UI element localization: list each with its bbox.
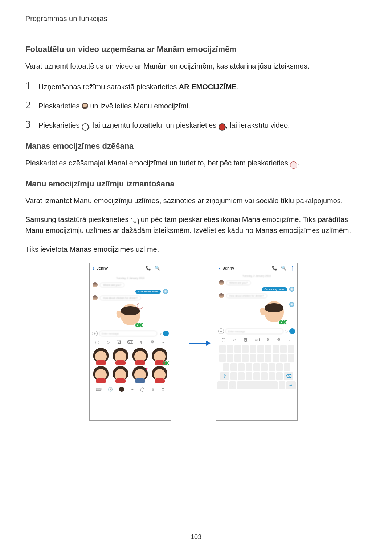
capture-ring-icon — [82, 122, 89, 130]
sticker-item[interactable] — [112, 348, 129, 365]
avatar-icon — [219, 293, 224, 298]
sent-emoji-sticker: OK — [262, 301, 286, 324]
gear-icon[interactable]: ⚙ — [276, 337, 282, 342]
gear-icon[interactable]: ⚙ — [150, 340, 155, 344]
back-icon[interactable]: ‹ — [93, 265, 94, 271]
step-3: 3 Pieskarieties , lai uzņemtu fotoattēlu… — [25, 118, 367, 131]
send-icon[interactable]: ▷ — [285, 329, 288, 334]
section3-p1: Varat izmantot Manu emocijzīmju uzlīmes,… — [25, 195, 367, 206]
remove-sticker-icon[interactable]: – — [137, 303, 143, 309]
space-key[interactable] — [237, 381, 278, 389]
msg-bubble: How about chicken for dinner? — [226, 294, 267, 298]
section1-intro: Varat uzņemt fotoattēlus un video ar Man… — [25, 61, 367, 71]
step1-text-c: . — [237, 83, 239, 91]
smile-icon[interactable]: ☺ — [105, 340, 111, 344]
sticker-item[interactable]: OK — [151, 348, 168, 365]
message-input[interactable]: Enter message — [225, 328, 283, 334]
symbol-key[interactable] — [217, 381, 228, 389]
gif-icon[interactable]: GIF — [254, 338, 260, 341]
step-num-2: 2 — [25, 99, 38, 111]
attach-plus-icon[interactable]: + — [218, 328, 224, 334]
more-icon[interactable]: ⋮ — [164, 266, 168, 271]
keyboard-category-row: (¨) ☺ 🖼 GIF 🎙 ⚙ ⌄ — [216, 336, 297, 344]
tab-brace-icon[interactable]: (¨) — [221, 338, 226, 342]
sticker-category-row: (¨) ☺ 🖼 GIF 🎙 ⚙ ⌄ — [90, 338, 171, 346]
chevron-down-icon[interactable]: ⌄ — [160, 340, 166, 344]
keyboard-icon[interactable]: ⌨ — [96, 387, 102, 392]
avatar-self-icon — [163, 289, 168, 294]
screenshot-illustration: ‹ Jenny 📞 🔍 ⋮ Tuesday, 2 January 2018 Wh… — [25, 263, 367, 430]
gear-icon[interactable]: ⚙ — [161, 387, 165, 392]
step3-text-a: Pieskarieties — [38, 121, 82, 129]
emoji-send-icon[interactable] — [289, 328, 295, 334]
send-icon[interactable]: ▷ — [159, 331, 162, 336]
msg-incoming-2: How about chicken for dinner? — [216, 292, 297, 299]
sticker-item[interactable] — [112, 366, 129, 383]
call-icon[interactable]: 📞 — [272, 266, 277, 271]
keyboard[interactable]: ⇧⌫ ,.↵ — [216, 344, 297, 392]
contact-name: Jenny — [97, 266, 108, 270]
page-number: 103 — [0, 533, 392, 541]
sticker-icon[interactable]: 🖼 — [243, 338, 249, 342]
chat-date: Tuesday, 2 January 2018 — [216, 275, 297, 277]
msg-incoming-1: Where are you? — [90, 282, 171, 288]
call-icon[interactable]: 📞 — [146, 266, 151, 271]
step1-text-bold: AR EMOCIJZĪME — [179, 83, 237, 91]
smile-icon[interactable]: ☺ — [232, 338, 237, 342]
msg-incoming-2: How about chicken for dinner? — [90, 295, 171, 301]
sticker-item[interactable] — [93, 348, 109, 365]
sticker-item[interactable]: ♥ — [132, 366, 148, 383]
step1-text-a: Uzņemšanas režīmu sarakstā pieskarieties — [38, 83, 179, 91]
msg-bubble: On my way home — [262, 287, 287, 291]
more-icon[interactable]: ⋮ — [290, 266, 294, 271]
myemoji-tab-icon[interactable] — [119, 387, 124, 392]
chevron-down-icon[interactable]: ⌄ — [287, 337, 293, 342]
msg-bubble: How about chicken for dinner? — [100, 296, 141, 300]
selected-emoji-sticker[interactable]: OK – — [119, 304, 142, 327]
compose-bar: + Enter message ▷ — [216, 327, 297, 336]
attach-plus-icon[interactable]: + — [92, 331, 98, 336]
section2-title: Manas emocijzīmes dzēšana — [25, 141, 367, 151]
search-icon[interactable]: 🔍 — [155, 266, 160, 271]
backspace-key[interactable]: ⌫ — [284, 372, 293, 380]
step-num-3: 3 — [25, 118, 38, 130]
recent-icon[interactable]: 🕒 — [108, 387, 113, 392]
back-icon[interactable]: ‹ — [219, 265, 221, 271]
mic-icon[interactable]: 🎙 — [138, 340, 144, 344]
sticker-item[interactable] — [132, 348, 148, 365]
ok-badge: OK — [279, 320, 287, 325]
period-key[interactable]: . — [279, 381, 285, 389]
star-icon[interactable]: ✦ — [131, 387, 134, 392]
step3-text-b: , lai uzņemtu fotoattēlu, un pieskarieti… — [89, 121, 219, 129]
sticker-icon[interactable]: 🖼 — [117, 340, 122, 344]
delete-minus-icon: – — [290, 160, 297, 167]
comma-key[interactable]: , — [229, 381, 236, 389]
phone-right-toolbar: ‹ Jenny 📞 🔍 ⋮ — [216, 263, 297, 273]
mic-icon[interactable]: 🎙 — [265, 338, 270, 342]
avatar-self-icon — [289, 287, 294, 292]
step3-text-c: , lai ierakstītu video. — [226, 121, 290, 129]
sticker-grid: OK ♥ — [90, 346, 171, 385]
phone-left: ‹ Jenny 📞 🔍 ⋮ Tuesday, 2 January 2018 Wh… — [89, 263, 171, 421]
circle-icon[interactable]: ◯ — [140, 387, 144, 392]
face-icon[interactable]: ☺ — [151, 387, 155, 391]
msg-outgoing-1: On my way home — [90, 288, 171, 295]
section1-title: Fotoattēlu un video uzņemšana ar Manām e… — [25, 45, 367, 54]
section2-body: Pieskarieties dzēšamajai Manai emocijzīm… — [25, 157, 367, 168]
sticker-item[interactable] — [151, 366, 168, 383]
msg-incoming-1: Where are you? — [216, 279, 297, 286]
avatar-icon — [219, 280, 224, 285]
msg-outgoing-sticker: OK — [216, 299, 297, 327]
emoji-send-icon[interactable] — [163, 331, 169, 336]
contact-name: Jenny — [223, 266, 234, 270]
message-input[interactable]: Enter message — [99, 331, 157, 336]
section2-body-a: Pieskarieties dzēšamajai Manai emocijzīm… — [25, 159, 290, 167]
gif-icon[interactable]: GIF — [127, 340, 133, 344]
record-dot-icon — [219, 122, 226, 130]
step-1: 1 Uzņemšanas režīmu sarakstā pieskarieti… — [25, 79, 367, 92]
search-icon[interactable]: 🔍 — [281, 266, 286, 271]
shift-key[interactable]: ⇧ — [220, 372, 229, 380]
tab-brace-icon[interactable]: (¨) — [94, 340, 100, 344]
sticker-item[interactable] — [93, 366, 109, 383]
enter-key[interactable]: ↵ — [286, 381, 296, 389]
